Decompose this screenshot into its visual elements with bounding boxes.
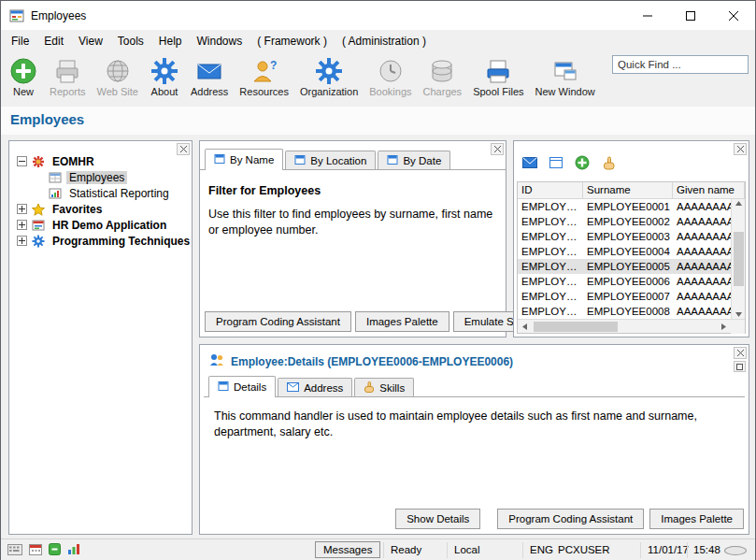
tree-item-hr-demo-application[interactable]: HR Demo Application bbox=[9, 217, 192, 233]
scroll-left-icon[interactable] bbox=[518, 320, 532, 334]
navigation-panel: EOMHR Employees Statistical Reporting bbox=[8, 140, 193, 535]
toolbar-reports-button[interactable]: Reports bbox=[44, 54, 92, 97]
close-button[interactable] bbox=[712, 1, 755, 30]
hand-icon bbox=[364, 381, 375, 395]
vertical-scrollbar[interactable] bbox=[731, 199, 745, 319]
eomhr-root-icon bbox=[32, 155, 45, 168]
menu-edit[interactable]: Edit bbox=[36, 31, 71, 51]
tab-by-location[interactable]: By Location bbox=[285, 151, 376, 169]
table-row[interactable]: EMPLOYEE0007 EMPLOYEE0007 AAAAAAAAAA bbox=[518, 289, 731, 304]
table-row[interactable]: EMPLOYEE0001 EMPLOYEE0001 AAAAAAAAAA bbox=[518, 199, 731, 214]
quick-find-input[interactable] bbox=[612, 55, 749, 74]
toolbar-website-button[interactable]: Web Site bbox=[92, 54, 144, 97]
close-icon[interactable] bbox=[177, 143, 190, 155]
toolbar-newwindow-button[interactable]: New Window bbox=[530, 54, 601, 97]
window-icon[interactable] bbox=[549, 157, 563, 171]
menu-view[interactable]: View bbox=[71, 31, 110, 51]
svg-text:?: ? bbox=[270, 59, 277, 72]
scroll-right-icon[interactable] bbox=[717, 320, 731, 334]
menu-file[interactable]: File bbox=[4, 31, 36, 51]
application-icon bbox=[32, 219, 45, 232]
table-row[interactable]: EMPLOYEE0004 EMPLOYEE0004 AAAAAAAAAA bbox=[518, 244, 731, 259]
toolbar-bookings-button[interactable]: Bookings bbox=[364, 54, 417, 97]
clock-icon bbox=[376, 56, 406, 85]
minimize-button[interactable] bbox=[626, 1, 669, 30]
column-header-given-name[interactable]: Given name bbox=[673, 182, 745, 198]
status-green-icon[interactable] bbox=[49, 543, 61, 557]
menu-administration[interactable]: ( Administration ) bbox=[335, 31, 434, 51]
employees-node-icon bbox=[49, 171, 62, 184]
scrollbar-thumb[interactable] bbox=[734, 232, 744, 286]
filter-tabs: By Name By Location By Date bbox=[200, 149, 506, 170]
toolbar-about-button[interactable]: About bbox=[144, 54, 185, 97]
expand-icon[interactable] bbox=[17, 236, 27, 246]
program-coding-assistant-button[interactable]: Program Coding Assistant bbox=[497, 509, 644, 529]
menu-bar: File Edit View Tools Help Windows ( Fram… bbox=[1, 30, 755, 52]
table-row[interactable]: EMPLOYEE0002 EMPLOYEE0002 AAAAAAAAAA bbox=[518, 214, 731, 229]
employee-details-panel: Employee:Details (EMPLOYEE0006-EMPLOYEE0… bbox=[199, 344, 749, 535]
employee-list-panel: ID Surname Given name EMPLOYEE0001 EMPLO… bbox=[513, 140, 749, 337]
table-row[interactable]: EMPLOYEE0006 EMPLOYEE0006 AAAAAAAAAA bbox=[518, 274, 731, 289]
add-icon[interactable] bbox=[575, 155, 590, 173]
program-coding-assistant-button[interactable]: Program Coding Assistant bbox=[205, 311, 351, 332]
table-row-selected[interactable]: EMPLOYEE0005 EMPLOYEE0005 AAAAAAAAAA bbox=[518, 259, 731, 274]
close-icon[interactable] bbox=[734, 347, 747, 359]
table-row[interactable]: EMPLOYEE0008 EMPLOYEE0008 AAAAAAAAAA bbox=[518, 304, 731, 319]
people-icon bbox=[209, 353, 224, 369]
maximize-button[interactable] bbox=[669, 1, 712, 30]
toolbar-organization-button[interactable]: Organization bbox=[294, 54, 364, 97]
horizontal-scrollbar[interactable] bbox=[518, 319, 745, 333]
menu-framework[interactable]: ( Framework ) bbox=[250, 31, 335, 51]
scroll-down-icon bbox=[735, 312, 742, 317]
page-heading-band: Employees bbox=[1, 107, 755, 135]
expand-icon[interactable] bbox=[17, 204, 27, 214]
tree-item-eomhr[interactable]: EOMHR bbox=[9, 153, 192, 169]
gear-icon bbox=[314, 56, 344, 85]
column-header-id[interactable]: ID bbox=[518, 182, 583, 198]
mail-icon[interactable] bbox=[522, 157, 537, 171]
table-row[interactable]: EMPLOYEE0003 EMPLOYEE0003 AAAAAAAAAA bbox=[518, 229, 731, 244]
tree-item-programming-techniques[interactable]: Programming Techniques bbox=[9, 233, 192, 249]
employee-table: ID Surname Given name EMPLOYEE0001 EMPLO… bbox=[517, 181, 746, 334]
show-details-button[interactable]: Show Details bbox=[395, 509, 480, 529]
menu-help[interactable]: Help bbox=[151, 31, 190, 51]
person-question-icon: ? bbox=[250, 56, 279, 85]
scrollbar-thumb[interactable] bbox=[534, 322, 618, 332]
tree-item-statistical-reporting[interactable]: Statistical Reporting bbox=[9, 185, 192, 201]
hand-icon[interactable] bbox=[602, 156, 616, 173]
toolbar-spoolfiles-button[interactable]: Spool Files bbox=[467, 54, 529, 97]
column-header-surname[interactable]: Surname bbox=[583, 182, 673, 198]
toolbar-new-button[interactable]: New bbox=[3, 54, 44, 97]
status-bar: Messages Ready Local ENG PCXUSER 11/01/1… bbox=[1, 538, 755, 560]
tab-details[interactable]: Details bbox=[208, 376, 276, 397]
new-icon bbox=[8, 56, 38, 85]
messages-button[interactable]: Messages bbox=[315, 541, 380, 558]
close-icon[interactable] bbox=[491, 143, 504, 155]
bar-chart-icon[interactable] bbox=[67, 543, 80, 557]
close-icon[interactable] bbox=[734, 143, 747, 155]
tree-item-employees[interactable]: Employees bbox=[9, 169, 192, 185]
resize-grip[interactable] bbox=[724, 546, 747, 555]
toolbar-resources-button[interactable]: ? Resources bbox=[234, 54, 294, 97]
menu-tools[interactable]: Tools bbox=[110, 31, 151, 51]
keyboard-icon[interactable] bbox=[7, 544, 22, 557]
tab-skills[interactable]: Skills bbox=[354, 378, 414, 396]
collapse-icon[interactable] bbox=[17, 156, 27, 166]
toolbar-charges-button[interactable]: Charges bbox=[418, 54, 468, 97]
expand-icon[interactable] bbox=[17, 220, 27, 230]
window-controls bbox=[626, 1, 755, 30]
menu-windows[interactable]: Windows bbox=[190, 31, 250, 51]
images-palette-button[interactable]: Images Palette bbox=[649, 509, 744, 529]
tab-address[interactable]: Address bbox=[278, 378, 352, 396]
maximize-panel-icon[interactable] bbox=[734, 361, 746, 372]
images-palette-button[interactable]: Images Palette bbox=[355, 311, 449, 332]
scroll-up-icon bbox=[735, 201, 742, 206]
tab-by-name[interactable]: By Name bbox=[205, 149, 283, 170]
details-description: This command handler is used to maintain… bbox=[214, 409, 737, 440]
tree-item-favorites[interactable]: Favorites bbox=[9, 201, 192, 217]
calendar-icon[interactable] bbox=[29, 543, 42, 557]
toolbar-address-button[interactable]: Address bbox=[185, 54, 234, 97]
status-connection: Local bbox=[454, 544, 480, 555]
tab-by-date[interactable]: By Date bbox=[378, 151, 450, 169]
filter-heading: Filter for Employees bbox=[208, 184, 506, 197]
